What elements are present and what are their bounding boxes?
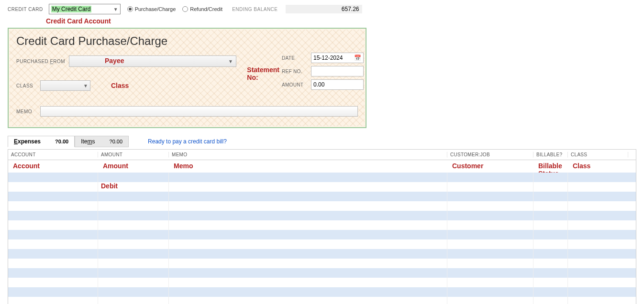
table-row[interactable] (8, 239, 636, 249)
table-cell[interactable] (533, 249, 568, 259)
table-cell[interactable] (568, 182, 628, 192)
table-cell[interactable] (533, 259, 568, 268)
col-header-memo[interactable]: MEMO (169, 152, 447, 157)
table-cell[interactable] (568, 287, 628, 297)
table-cell[interactable] (8, 297, 98, 304)
table-cell[interactable] (447, 211, 533, 220)
ref-no-input[interactable] (311, 66, 364, 76)
col-header-class[interactable]: CLASS (568, 152, 628, 157)
table-cell[interactable] (8, 230, 98, 239)
grid-body[interactable]: Debit (8, 173, 636, 304)
table-cell[interactable] (98, 201, 169, 211)
table-cell[interactable] (568, 239, 628, 249)
table-cell[interactable] (169, 278, 447, 287)
col-header-billable[interactable]: BILLABLE? (533, 152, 568, 157)
table-row[interactable] (8, 173, 636, 182)
table-row[interactable] (8, 192, 636, 201)
table-row[interactable] (8, 220, 636, 230)
table-row[interactable] (8, 201, 636, 211)
date-input[interactable]: 15-12-2024 📅 (311, 53, 364, 63)
table-cell[interactable] (169, 192, 447, 201)
table-cell[interactable] (98, 230, 169, 239)
table-cell[interactable] (533, 287, 568, 297)
table-row[interactable] (8, 230, 636, 239)
table-row[interactable] (8, 249, 636, 259)
table-cell[interactable] (447, 173, 533, 182)
table-cell[interactable] (8, 259, 98, 268)
table-cell[interactable] (533, 201, 568, 211)
table-cell[interactable] (447, 201, 533, 211)
table-cell[interactable] (568, 173, 628, 182)
table-cell[interactable] (169, 220, 447, 230)
table-cell[interactable] (169, 211, 447, 220)
table-cell[interactable] (98, 268, 169, 278)
table-cell[interactable] (8, 173, 98, 182)
table-cell[interactable] (8, 192, 98, 201)
tab-items[interactable]: Items ?0.00 (75, 136, 129, 147)
table-cell[interactable] (568, 259, 628, 268)
credit-card-dropdown[interactable]: My Credit Card ▼ (49, 4, 121, 14)
table-cell[interactable] (447, 182, 533, 192)
table-cell[interactable] (568, 220, 628, 230)
table-cell[interactable] (169, 287, 447, 297)
table-cell[interactable] (533, 230, 568, 239)
table-cell[interactable] (98, 259, 169, 268)
table-row[interactable] (8, 268, 636, 278)
table-cell[interactable] (447, 278, 533, 287)
table-cell[interactable] (568, 249, 628, 259)
table-cell[interactable] (169, 239, 447, 249)
table-cell[interactable] (447, 268, 533, 278)
table-cell[interactable] (568, 230, 628, 239)
table-cell[interactable] (568, 297, 628, 304)
table-cell[interactable] (447, 192, 533, 201)
table-row[interactable] (8, 287, 636, 297)
table-cell[interactable] (169, 249, 447, 259)
table-cell[interactable] (568, 268, 628, 278)
table-row[interactable] (8, 278, 636, 287)
table-cell[interactable] (98, 297, 169, 304)
table-cell[interactable] (533, 297, 568, 304)
memo-input[interactable] (40, 106, 358, 117)
table-row[interactable] (8, 297, 636, 304)
table-cell[interactable] (98, 211, 169, 220)
table-cell[interactable] (98, 278, 169, 287)
table-cell[interactable] (447, 239, 533, 249)
class-dropdown[interactable]: ▼ (40, 80, 90, 91)
table-cell[interactable] (447, 249, 533, 259)
table-cell[interactable] (169, 182, 447, 192)
table-cell[interactable] (533, 211, 568, 220)
table-cell[interactable] (533, 182, 568, 192)
table-cell[interactable] (98, 239, 169, 249)
table-row[interactable] (8, 211, 636, 220)
table-cell[interactable] (568, 192, 628, 201)
table-cell[interactable] (8, 249, 98, 259)
tab-expenses[interactable]: Expenses ?0.00 (8, 136, 75, 147)
purchased-from-dropdown[interactable]: ▼ (69, 55, 236, 67)
col-header-customer-job[interactable]: CUSTOMER:JOB (447, 152, 533, 157)
calendar-icon[interactable]: 📅 (354, 54, 361, 61)
table-cell[interactable] (169, 230, 447, 239)
table-cell[interactable] (98, 173, 169, 182)
table-cell[interactable] (98, 287, 169, 297)
table-cell[interactable] (447, 220, 533, 230)
table-cell[interactable] (98, 192, 169, 201)
table-cell[interactable] (98, 220, 169, 230)
table-row[interactable]: Debit (8, 182, 636, 192)
table-cell[interactable] (8, 211, 98, 220)
table-cell[interactable] (8, 201, 98, 211)
table-cell[interactable] (8, 220, 98, 230)
table-cell[interactable] (533, 239, 568, 249)
table-cell[interactable] (8, 278, 98, 287)
ready-to-pay-link[interactable]: Ready to pay a credit card bill? (148, 138, 227, 145)
table-cell[interactable] (533, 268, 568, 278)
table-cell[interactable] (568, 211, 628, 220)
table-cell[interactable] (533, 278, 568, 287)
table-cell[interactable]: Debit (98, 182, 169, 192)
table-cell[interactable] (169, 297, 447, 304)
table-row[interactable] (8, 259, 636, 268)
table-cell[interactable] (8, 268, 98, 278)
table-cell[interactable] (533, 192, 568, 201)
table-cell[interactable] (169, 173, 447, 182)
table-cell[interactable] (98, 249, 169, 259)
refund-credit-radio[interactable]: Refund/Credit (182, 6, 222, 12)
